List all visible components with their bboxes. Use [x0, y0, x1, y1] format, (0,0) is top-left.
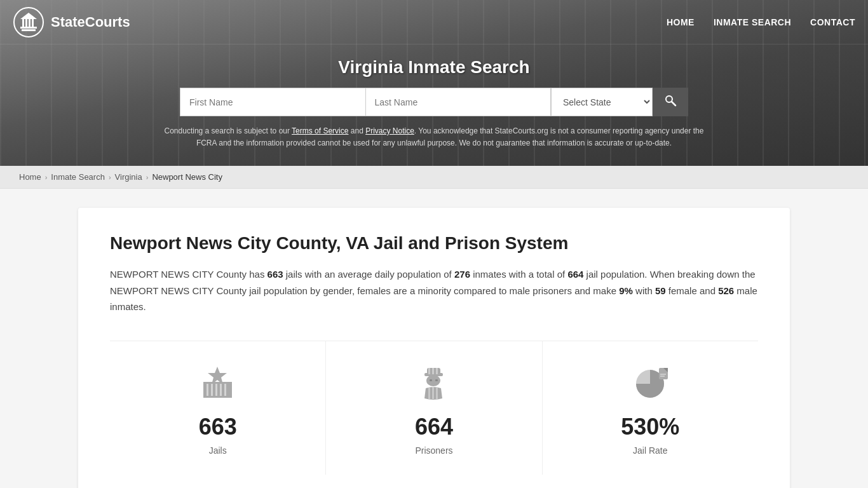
nav-links: HOME INMATE SEARCH CONTACT [667, 17, 855, 27]
county-title: Newport News City County, VA Jail and Pr… [110, 233, 758, 254]
svg-marker-7 [20, 13, 37, 19]
privacy-link[interactable]: Privacy Notice [365, 126, 414, 135]
search-icon [664, 94, 677, 107]
male-count: 526 [718, 285, 734, 296]
female-count: 59 [655, 285, 666, 296]
state-select[interactable]: Select State Virginia California Texas [551, 88, 653, 116]
total-population: 664 [567, 269, 583, 280]
female-pct: 9% [619, 285, 633, 296]
svg-rect-27 [436, 388, 438, 399]
svg-rect-20 [432, 368, 434, 374]
svg-marker-11 [208, 367, 227, 384]
stat-prisoners: 664 Prisoners [326, 341, 542, 475]
jails-count: 663 [268, 269, 283, 280]
content-card: Newport News City County, VA Jail and Pr… [78, 208, 790, 488]
svg-rect-4 [25, 19, 27, 27]
svg-rect-24 [435, 379, 438, 381]
svg-rect-1 [22, 29, 36, 31]
nav-inmate-search[interactable]: INMATE SEARCH [714, 17, 791, 27]
logo-icon [13, 6, 44, 38]
main-content: Newport News City County, VA Jail and Pr… [65, 208, 803, 488]
svg-rect-6 [32, 19, 34, 27]
breadcrumb-current: Newport News City [152, 172, 222, 182]
svg-rect-2 [20, 27, 37, 29]
svg-rect-32 [660, 376, 665, 377]
breadcrumb-home[interactable]: Home [19, 172, 41, 182]
disclaimer-text: Conducting a search is subject to our Te… [148, 125, 720, 159]
search-button[interactable] [653, 88, 688, 116]
nav-contact[interactable]: CONTACT [810, 17, 855, 27]
terms-link[interactable]: Terms of Service [292, 126, 348, 135]
svg-rect-19 [428, 368, 430, 374]
logo-text: StateCourts [51, 14, 130, 30]
svg-rect-14 [215, 384, 217, 396]
svg-rect-12 [207, 384, 208, 396]
stats-row: 663 Jails [110, 341, 758, 475]
jail-rate-label: Jail Rate [555, 445, 745, 456]
breadcrumb-sep-2: › [109, 173, 111, 181]
last-name-input[interactable] [365, 88, 552, 116]
prisoners-label: Prisoners [339, 445, 529, 456]
search-form: Select State Virginia California Texas [180, 88, 688, 116]
first-name-input[interactable] [180, 88, 365, 116]
jail-rate-number: 530% [555, 414, 745, 440]
svg-rect-31 [660, 374, 666, 375]
svg-rect-23 [430, 379, 432, 381]
county-description: NEWPORT NEWS CITY County has 663 jails w… [110, 266, 758, 315]
svg-rect-25 [428, 388, 430, 399]
stat-jails: 663 Jails [110, 341, 326, 475]
svg-rect-21 [436, 368, 438, 374]
prisoners-number: 664 [339, 414, 529, 440]
prisoner-icon [339, 360, 529, 405]
navigation: StateCourts HOME INMATE SEARCH CONTACT [0, 0, 868, 44]
svg-line-9 [672, 102, 675, 105]
breadcrumb-sep-1: › [45, 173, 48, 181]
logo-link[interactable]: StateCourts [13, 6, 130, 38]
jails-icon [123, 360, 313, 405]
page-header: StateCourts HOME INMATE SEARCH CONTACT V… [0, 0, 868, 166]
avg-population: 276 [454, 269, 470, 280]
svg-rect-5 [29, 19, 31, 27]
svg-rect-3 [22, 19, 24, 27]
svg-rect-13 [211, 384, 213, 396]
nav-home[interactable]: HOME [667, 17, 695, 27]
jails-label: Jails [123, 445, 313, 456]
breadcrumb-inmate-search[interactable]: Inmate Search [51, 172, 105, 182]
search-section: Virginia Inmate Search Select State Virg… [0, 44, 868, 166]
svg-point-22 [426, 375, 440, 386]
breadcrumb-virginia[interactable]: Virginia [115, 172, 142, 182]
svg-rect-15 [220, 384, 222, 396]
breadcrumb: Home › Inmate Search › Virginia › Newpor… [0, 166, 868, 189]
svg-rect-26 [432, 386, 434, 399]
jails-number: 663 [123, 414, 313, 440]
page-title: Virginia Inmate Search [13, 57, 855, 78]
stat-jail-rate: 530% Jail Rate [543, 341, 758, 475]
svg-rect-16 [224, 384, 226, 396]
breadcrumb-sep-3: › [146, 173, 149, 181]
chart-icon [555, 360, 745, 405]
